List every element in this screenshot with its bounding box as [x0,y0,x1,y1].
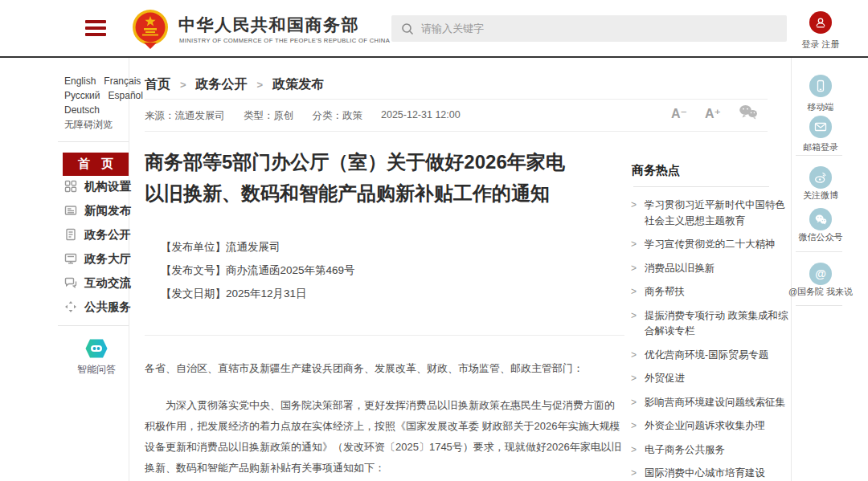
sidebar-item-organization[interactable]: 机构设置 [64,178,131,194]
mail-label: 邮箱登录 [784,141,858,153]
user-area: 登录 注册 [798,11,843,51]
meta-category: 分类：政策 [313,109,363,123]
chevron-right-icon: > [631,198,639,229]
emblem-icon [132,9,169,49]
hotspot-link[interactable]: > 外资企业问题诉求收集办理 [631,418,792,434]
sidebar-divider [58,141,129,142]
at-icon[interactable]: @ [809,263,832,285]
sidebar-item-gov-disclosure[interactable]: 政务公开 [64,226,131,243]
article-info: 【发布单位】流通发展司 【发布文号】商办流通函2025年第469号 【发文日期】… [161,235,355,305]
hotspot-link[interactable]: > 国际消费中心城市培育建设 [631,466,792,481]
info-issue-date: 【发文日期】2025年12月31日 [161,282,355,305]
site-subtitle: MINISTRY OF COMMERCE OF THE PEOPLE'S REP… [179,37,390,44]
user-avatar-icon[interactable] [809,11,832,34]
article-paragraph: 为深入贯彻落实党中央、国务院决策部署，更好发挥消费品以旧换新政策在惠民生与促消费… [145,395,624,479]
auth-links: 登录 注册 [798,39,843,51]
hotspot-link[interactable]: > 商务帮扶 [631,284,792,300]
accessibility-link[interactable]: 无障碍浏览 [64,117,113,132]
sidebar-item-gov-hall[interactable]: 政务大厅 [64,251,131,267]
weibo-label: 关注微博 [784,190,858,202]
chevron-right-icon: > [631,284,639,300]
site-header: 中华人民共和国商务部 MINISTRY OF COMMERCE OF THE P… [0,0,868,56]
search-icon[interactable] [401,22,414,35]
chevron-right-icon: > [631,237,639,253]
national-emblem-logo[interactable] [132,9,169,49]
header-divider [0,56,868,58]
login-link[interactable]: 登录 [801,39,819,49]
chevron-right-icon: > [631,308,639,340]
chevron-right-icon: > [631,442,639,459]
sidebar-item-news[interactable]: 新闻发布 [64,202,131,218]
lang-english[interactable]: English [64,74,96,88]
register-link[interactable]: 注册 [822,39,840,49]
chevron-right-icon: > [631,348,639,364]
chevron-right-icon: > [631,466,639,481]
chat-icon [64,276,77,289]
divider [796,305,842,306]
grid-icon [64,180,77,193]
wechat-icon[interactable] [809,208,832,230]
breadcrumb-policy-release[interactable]: 政策发布 [272,76,324,93]
breadcrumb-gov-disclosure[interactable]: 政务公开 [196,76,248,93]
lang-deutsch[interactable]: Deutsch [64,103,100,117]
chevron-right-icon: > [631,395,639,411]
divider [145,131,768,132]
wechat-share-icon[interactable] [739,104,758,123]
divider [796,251,842,252]
divider [145,335,624,336]
sidebar-divider [58,325,129,326]
hotspot-link[interactable]: > 学习宣传贯彻党的二十大精神 [631,237,792,253]
meta-source: 来源：流通发展司 [145,109,225,123]
chevron-right-icon: > [257,79,264,91]
language-switcher: English Français Русский Español Deutsch [64,74,151,117]
left-column-divider [129,58,129,481]
search-input[interactable] [421,22,777,35]
lang-espanol[interactable]: Español [108,88,143,103]
robot-qa-icon[interactable] [84,338,108,362]
sidebar-item-interaction[interactable]: 互动交流 [64,275,131,291]
mail-icon[interactable] [809,116,832,138]
gov-voice-label: @国务院 我来说 [784,286,858,298]
weibo-icon[interactable] [809,166,832,189]
hamburger-menu-icon[interactable] [85,20,106,39]
chevron-right-icon: > [631,371,639,387]
info-document-number: 【发布文号】商办流通函2025年第469号 [161,259,355,282]
font-increase-button[interactable]: A⁺ [705,106,721,121]
breadcrumb-home[interactable]: 首页 [145,76,170,93]
hotspot-link[interactable]: > 外贸促进 [631,371,792,387]
divider [633,186,769,187]
hotspot-link[interactable]: > 学习贯彻习近平新时代中国特色社会主义思想主题教育 [631,198,792,229]
hotspot-link[interactable]: > 影响营商环境建设问题线索征集 [631,395,792,411]
article-title: 商务部等5部门办公厅（室）关于做好2026年家电以旧换新、数码和智能产品购新补贴… [145,146,579,209]
hotspot-link[interactable]: > 消费品以旧换新 [631,261,792,277]
sidebar-item-public-service[interactable]: 公共服务 [64,299,131,315]
hotspot-link[interactable]: > 优化营商环境-国际贸易专题 [631,348,792,364]
lang-francais[interactable]: Français [104,74,141,88]
search-bar [391,15,787,42]
info-publish-unit: 【发布单位】流通发展司 [161,235,355,259]
meta-type: 类型：原创 [244,109,294,123]
qa-label: 智能问答 [64,363,129,377]
monitor-icon [64,252,77,265]
breadcrumb: 首页 > 政务公开 > 政策发布 [145,76,324,93]
news-icon [64,204,77,217]
meta-datetime: 2025-12-31 12:00 [381,109,461,123]
wechat-label: 微信公众号 [784,231,858,243]
hotspots-list: > 学习贯彻习近平新时代中国特色社会主义思想主题教育 > 学习宣传贯彻党的二十大… [631,198,792,481]
chevron-right-icon: > [631,418,639,434]
page: 中华人民共和国商务部 MINISTRY OF COMMERCE OF THE P… [0,0,868,481]
hotspot-link[interactable]: > 提振消费专项行动 政策集成和综合解读专栏 [631,308,792,340]
document-icon [64,228,77,241]
lang-russian[interactable]: Русский [64,88,100,103]
chevron-right-icon: > [631,261,639,277]
hotspot-link[interactable]: > 电子商务公共服务 [631,442,792,459]
hotspots-title: 商务热点 [632,163,680,178]
arrows-icon [64,300,77,313]
article-meta: 来源：流通发展司 类型：原创 分类：政策 2025-12-31 12:00 [145,109,461,123]
mobile-label: 移动端 [784,101,858,113]
article-tools: A⁻ A⁺ [671,104,758,123]
font-decrease-button[interactable]: A⁻ [671,106,687,121]
mobile-icon[interactable] [809,75,832,97]
chevron-right-icon: > [180,79,186,91]
sidebar-item-home[interactable]: 首 页 [63,153,129,176]
